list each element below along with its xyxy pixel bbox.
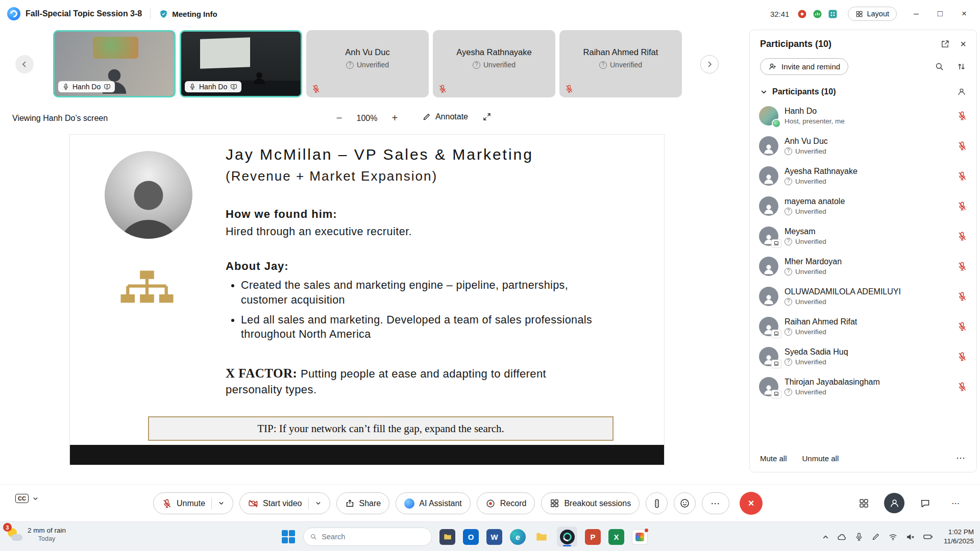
participant-row-raihan-ahmed-rifat[interactable]: Raihan Ahmed Rifat ?Unverified: [750, 311, 976, 341]
filmstrip-next-button[interactable]: [700, 55, 719, 73]
webex-taskbar-icon[interactable]: [557, 527, 577, 547]
audio-tile-ayesha-rathnayake[interactable]: Ayesha Rathnayake ? Unverified: [433, 30, 555, 97]
closed-captions-button[interactable]: CC: [15, 494, 39, 503]
remote-control-button[interactable]: [646, 492, 668, 514]
participant-row-mayema-anatole[interactable]: mayema anatole ?Unverified: [750, 191, 976, 221]
participant-row-syeda-sadia-huq[interactable]: Syeda Sadia Huq ?Unverified: [750, 341, 976, 371]
record-button[interactable]: Record: [477, 492, 535, 514]
participant-row-thirojan-jayabalasingham[interactable]: Thirojan Jayabalasingham ?Unverified: [750, 371, 976, 402]
onedrive-tray-icon[interactable]: [837, 532, 847, 542]
participants-section-header[interactable]: Participants (10): [750, 77, 976, 101]
zoom-in-button[interactable]: +: [391, 112, 398, 124]
edge-browser-icon[interactable]: e: [510, 529, 526, 545]
share-button[interactable]: Share: [336, 492, 390, 514]
app-icon-with-notification[interactable]: [632, 529, 648, 545]
video-tile-hanh-do-share[interactable]: Hanh Do: [180, 30, 302, 97]
mute-all-button[interactable]: Mute all: [760, 454, 787, 463]
zoom-out-button[interactable]: −: [336, 112, 342, 124]
leave-meeting-button[interactable]: ×: [740, 492, 763, 515]
participant-row-meysam[interactable]: Meysam ?Unverified: [750, 221, 976, 251]
fullscreen-button[interactable]: [482, 112, 492, 121]
reactions-button[interactable]: [674, 492, 696, 514]
search-input[interactable]: [322, 533, 425, 541]
meeting-info-button[interactable]: Meeting Info: [159, 9, 217, 19]
file-explorer-icon[interactable]: [439, 529, 455, 545]
excel-icon[interactable]: X: [608, 529, 624, 545]
tray-expand-button[interactable]: [822, 533, 829, 541]
powerpoint-icon[interactable]: P: [585, 529, 601, 545]
mic-muted-icon[interactable]: [957, 171, 967, 181]
ai-assistant-icon: [404, 498, 414, 509]
invite-and-remind-button[interactable]: Invite and remind: [760, 58, 848, 75]
participant-row-anh-vu-duc[interactable]: Anh Vu Duc ?Unverified: [750, 131, 976, 161]
pen-icon: [871, 532, 880, 541]
connection-quality-icon[interactable]: [813, 10, 822, 18]
mic-muted-icon[interactable]: [957, 261, 967, 271]
unmute-all-button[interactable]: Unmute all: [802, 454, 839, 463]
tile-nameplate: Hanh Do: [58, 81, 115, 92]
participant-row-mher-mardoyan[interactable]: Mher Mardoyan ?Unverified: [750, 251, 976, 281]
word-icon[interactable]: W: [486, 529, 502, 545]
widgets-icon[interactable]: [828, 10, 837, 18]
mic-muted-icon[interactable]: [957, 382, 967, 392]
mic-muted-icon[interactable]: [957, 321, 967, 332]
window-maximize-button[interactable]: □: [932, 9, 949, 19]
outlook-icon[interactable]: O: [463, 529, 479, 545]
pen-tray-icon[interactable]: [871, 532, 880, 541]
layout-button[interactable]: Layout: [848, 7, 897, 21]
video-filmstrip: Hanh Do Hanh Do Anh Vu Duc ?: [0, 29, 750, 105]
participant-row-ayesha-rathnayake[interactable]: Ayesha Rathnayake ?Unverified: [750, 161, 976, 191]
microphone-tray-icon[interactable]: [854, 532, 864, 541]
participants-more-button[interactable]: ⋯: [956, 453, 966, 464]
chevron-down-icon[interactable]: [218, 500, 225, 507]
battery-icon: [923, 532, 933, 542]
chat-button[interactable]: [915, 493, 935, 513]
audio-tile-anh-vu-duc[interactable]: Anh Vu Duc ? Unverified: [306, 30, 429, 97]
unverified-icon: ?: [785, 238, 792, 245]
people-icon: [957, 87, 966, 96]
tile-nameplate: Hanh Do: [185, 81, 241, 92]
volume-muted-tray-icon[interactable]: [905, 532, 915, 542]
window-minimize-button[interactable]: –: [908, 9, 925, 19]
battery-tray-icon[interactable]: [923, 532, 933, 542]
viewing-label: Viewing Hanh Do’s screen: [12, 114, 108, 123]
recording-indicator-icon[interactable]: [798, 10, 806, 18]
video-tile-hanh-do-camera[interactable]: Hanh Do: [53, 30, 176, 97]
mic-muted-icon[interactable]: [957, 111, 967, 121]
speaker-photo: [105, 151, 192, 239]
chevron-down-icon[interactable]: [315, 500, 322, 507]
panel-options-button[interactable]: ⋯: [945, 493, 966, 513]
participant-row-hanh-do[interactable]: Hanh Do Host, presenter, me: [750, 101, 976, 131]
participants-toggle-button[interactable]: [884, 493, 904, 513]
participant-row-oluwadamilola-ademiluyi[interactable]: OLUWADAMILOLA ADEMILUYI ?Unverified: [750, 281, 976, 311]
weather-widget[interactable]: 3 2 mm of rain Today: [6, 526, 66, 542]
start-button[interactable]: [282, 530, 296, 544]
wifi-tray-icon[interactable]: [888, 532, 898, 542]
popout-panel-button[interactable]: [940, 39, 950, 49]
sort-participants-button[interactable]: [957, 62, 966, 71]
mic-muted-icon[interactable]: [957, 291, 967, 302]
close-panel-button[interactable]: ×: [960, 38, 966, 50]
apps-button[interactable]: [853, 493, 874, 513]
mic-muted-icon[interactable]: [957, 352, 967, 362]
ai-assistant-button[interactable]: AI Assistant: [396, 492, 471, 514]
mic-muted-icon[interactable]: [957, 201, 967, 211]
wifi-icon: [888, 532, 898, 542]
search-participants-button[interactable]: [935, 62, 944, 71]
breakout-sessions-button[interactable]: Breakout sessions: [541, 492, 640, 514]
annotate-button[interactable]: Annotate: [422, 112, 468, 121]
window-close-button[interactable]: ×: [955, 9, 973, 19]
start-video-button[interactable]: Start video: [239, 492, 330, 514]
audio-tile-raihan-ahmed-rifat[interactable]: Raihan Ahmed Rifat ? Unverified: [559, 30, 682, 97]
filmstrip-prev-button[interactable]: [15, 55, 34, 73]
taskbar-search[interactable]: [303, 528, 432, 546]
more-options-button[interactable]: ⋯: [702, 492, 729, 514]
section-label: Participants (10): [772, 87, 836, 96]
divider: [308, 498, 309, 509]
unmute-button[interactable]: Unmute: [153, 492, 233, 514]
layout-grid-icon: [855, 10, 863, 18]
taskbar-clock[interactable]: 1:02 PM 11/6/2025: [944, 528, 974, 546]
mic-muted-icon[interactable]: [957, 141, 967, 151]
mic-muted-icon[interactable]: [957, 231, 967, 241]
folder-shortcut-icon[interactable]: [533, 529, 549, 545]
